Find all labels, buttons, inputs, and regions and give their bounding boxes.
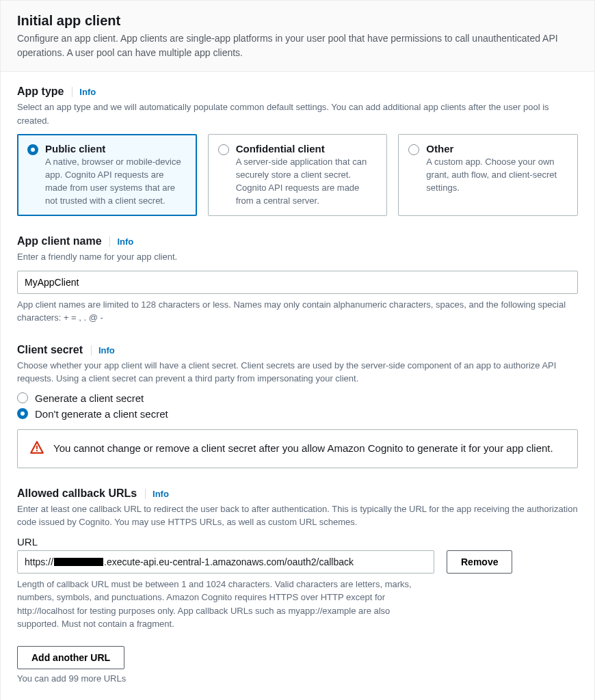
page-subtitle: Configure an app client. App clients are… [17,31,578,60]
tile-title: Other [426,143,568,154]
radio-dont-generate-secret[interactable]: Don't generate a client secret [17,408,578,420]
radio-icon [17,392,28,403]
client-secret-info-link[interactable]: Info [91,345,115,355]
radio-generate-secret[interactable]: Generate a client secret [17,392,578,404]
radio-icon [17,408,28,419]
url-field-label: URL [17,536,578,548]
tile-title: Public client [45,143,187,154]
app-type-title: App type [17,85,64,97]
callback-urls-helper: Enter at least one callback URL to redir… [17,502,578,529]
tile-desc: A native, browser or mobile-device app. … [45,156,187,207]
svg-rect-0 [36,446,38,449]
app-client-name-title: App client name [17,235,102,247]
callback-urls-title: Allowed callback URLs [17,487,137,499]
callback-url-constraint: Length of callback URL must be between 1… [17,578,434,631]
radio-icon [218,144,229,155]
tile-public-client[interactable]: Public client A native, browser or mobil… [17,134,197,216]
app-type-helper: Select an app type and we will automatic… [17,100,578,127]
panel-header: Initial app client Configure an app clie… [1,1,594,72]
section-callback-urls: Allowed callback URLs Info Enter at leas… [17,487,578,684]
radio-icon [408,144,419,155]
app-client-name-helper: Enter a friendly name for your app clien… [17,250,578,264]
remove-url-button[interactable]: Remove [447,550,512,574]
app-client-name-input[interactable] [17,271,578,294]
add-url-button[interactable]: Add another URL [17,646,124,669]
app-type-info-link[interactable]: Info [72,87,96,97]
svg-rect-1 [36,450,38,451]
tile-other[interactable]: Other A custom app. Choose your own gran… [398,134,578,216]
section-app-type: App type Info Select an app type and we … [17,85,578,216]
section-client-secret: Client secret Info Choose whether your a… [17,344,578,468]
tile-desc: A custom app. Choose your own grant, aut… [426,156,568,195]
app-client-name-constraint: App client names are limited to 128 char… [17,298,578,325]
section-app-client-name: App client name Info Enter a friendly na… [17,235,578,325]
initial-app-client-panel: Initial app client Configure an app clie… [0,0,595,700]
add-url-note: You can add 99 more URLs [17,673,578,684]
callback-url-input[interactable] [17,550,434,574]
tile-desc: A server-side application that can secur… [236,156,378,207]
tile-title: Confidential client [236,143,378,154]
radio-icon [27,144,38,155]
app-type-tiles: Public client A native, browser or mobil… [17,134,578,216]
tile-confidential-client[interactable]: Confidential client A server-side applic… [208,134,388,216]
app-client-name-info-link[interactable]: Info [109,237,133,247]
warning-icon [30,441,44,457]
radio-label: Don't generate a client secret [35,408,168,420]
page-title: Initial app client [17,13,578,29]
callback-urls-info-link[interactable]: Info [145,489,169,499]
client-secret-warning: You cannot change or remove a client sec… [17,429,578,468]
warning-text: You cannot change or remove a client sec… [53,441,553,457]
radio-label: Generate a client secret [35,392,144,404]
client-secret-title: Client secret [17,344,83,355]
client-secret-helper: Choose whether your app client will have… [17,359,578,386]
